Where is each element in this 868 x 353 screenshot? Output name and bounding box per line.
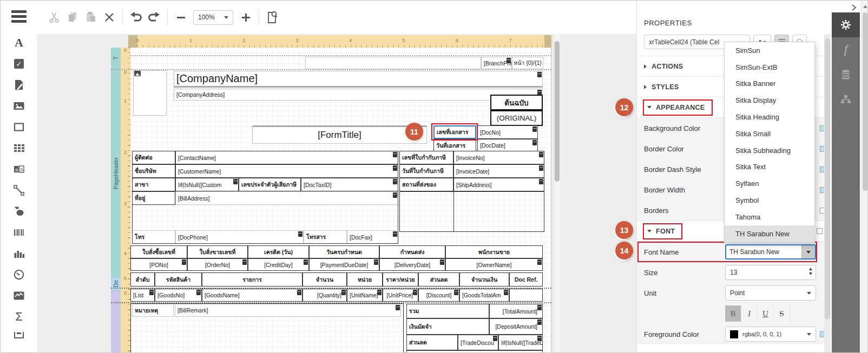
report-cell[interactable]: ลำดับ xyxy=(130,272,155,287)
report-cell[interactable]: กำหนดส่ง xyxy=(379,245,445,258)
report-cell[interactable]: [OwnerName] xyxy=(445,258,543,271)
report-cell[interactable]: ส่วนลด xyxy=(406,335,458,350)
font-size-input[interactable]: 13 xyxy=(725,265,816,280)
font-option[interactable]: SimSun xyxy=(725,42,814,59)
report-cell[interactable]: เลขที่ใบกำกับภาษี xyxy=(399,151,453,164)
shape-tool-icon[interactable] xyxy=(12,205,25,217)
zoom-in-icon[interactable] xyxy=(236,8,255,26)
report-cell[interactable]: [BillAddress] xyxy=(175,191,398,205)
label-tool-icon[interactable]: A xyxy=(12,37,25,49)
font-option[interactable]: Sitka Display xyxy=(725,92,814,109)
font-option[interactable]: Sitka Subheading xyxy=(725,142,814,159)
undo-icon[interactable] xyxy=(127,8,145,26)
summary-tool-icon[interactable]: Σ xyxy=(12,311,25,323)
report-cell[interactable]: [GoodsTotalAm xyxy=(459,289,509,302)
menu-icon[interactable] xyxy=(11,10,27,23)
preview-icon[interactable] xyxy=(263,8,281,26)
branch-print-info-cell[interactable]: [BranchPrintInf xyxy=(481,57,512,69)
report-cell[interactable] xyxy=(406,350,543,353)
report-cell[interactable]: [DocTaxID] xyxy=(301,178,398,191)
font-name-dropdown-button[interactable] xyxy=(801,245,815,258)
font-style-i-button[interactable]: I xyxy=(741,305,758,322)
report-cell[interactable] xyxy=(305,57,481,69)
zoom-out-icon[interactable] xyxy=(172,8,190,26)
report-cell[interactable]: สาขา xyxy=(132,178,175,191)
original-label-en-cell[interactable]: (ORIGINAL) xyxy=(490,110,543,126)
character-comb-tool-icon[interactable]: ab xyxy=(12,163,25,175)
report-cell[interactable]: จำนวนเงิน xyxy=(459,272,509,287)
line-tool-icon[interactable] xyxy=(12,184,25,196)
band-page-header[interactable]: PageHeader xyxy=(111,69,121,277)
report-cell[interactable]: รวม xyxy=(406,304,489,318)
picturebox-tool-icon[interactable] xyxy=(12,100,25,112)
scroll-up-icon[interactable] xyxy=(863,5,867,8)
report-cell[interactable]: รายการ xyxy=(202,272,303,287)
report-cell[interactable]: เงินมัดจำ xyxy=(406,318,489,335)
report-cell[interactable]: [PONo] xyxy=(130,258,187,271)
report-cell[interactable]: [DocPhone] xyxy=(175,230,304,244)
font-option[interactable]: Sitka Heading xyxy=(725,109,814,125)
report-cell[interactable]: [CreditDay] xyxy=(248,258,309,271)
font-option[interactable]: Sylfaen xyxy=(725,175,814,192)
font-option[interactable]: TH Sarabun New xyxy=(725,225,814,242)
font-option[interactable]: Sitka Small xyxy=(725,125,814,142)
table-tool-icon[interactable] xyxy=(12,142,25,154)
report-cell[interactable]: [UnitPrice] xyxy=(383,289,418,302)
font-option[interactable]: Symbol xyxy=(725,192,814,209)
report-cell[interactable]: สถานที่ส่งของ xyxy=(399,178,453,191)
report-cell[interactable]: ผู้ติดต่อ xyxy=(132,151,175,164)
report-cell[interactable]: [InvoiceDate] xyxy=(453,164,544,178)
report-cell[interactable]: [BillRemark] xyxy=(175,304,401,317)
report-cell[interactable]: ส่วนลด xyxy=(418,272,459,287)
checkbox-tool-icon[interactable]: ✓ xyxy=(12,58,25,70)
report-cell[interactable]: Iif(IsNull([Custom xyxy=(175,178,239,191)
field-list-tab[interactable] xyxy=(832,62,860,87)
font-option[interactable]: SimSun-ExtB xyxy=(725,59,814,76)
report-cell[interactable]: เลขประจำตัวผู้เสียภาษี xyxy=(239,178,301,191)
report-cell[interactable]: [FormTitle] xyxy=(252,125,427,144)
report-cell[interactable]: วันครบกำหนด xyxy=(309,245,379,258)
report-cell[interactable]: [DeliveryDate] xyxy=(379,258,445,271)
page-scrollbar[interactable] xyxy=(861,1,868,353)
richtext-tool-icon[interactable] xyxy=(12,79,25,91)
report-cell[interactable]: พนักงานขาย xyxy=(445,245,543,258)
report-cell[interactable] xyxy=(509,289,543,302)
sparkline-tool-icon[interactable] xyxy=(12,290,25,302)
report-cell[interactable]: [Discount] xyxy=(418,289,459,302)
report-cell[interactable]: หน่วย xyxy=(347,272,383,287)
report-cell[interactable]: รหัสสินค้า xyxy=(155,272,202,287)
font-size-spinner[interactable] xyxy=(809,268,812,275)
report-cell[interactable]: [GoodsName] xyxy=(202,289,303,302)
report-cell[interactable]: [InvoiceNo] xyxy=(453,151,544,164)
report-cell[interactable]: [TotalAmount] xyxy=(489,304,543,318)
report-cell[interactable]: วันที่ใบกำกับภาษี xyxy=(399,164,453,178)
font-option[interactable]: Sitka Banner xyxy=(725,76,814,92)
band-top-margin[interactable]: T xyxy=(111,48,121,69)
report-cell[interactable]: ที่อยู่ xyxy=(132,191,175,205)
report-cell[interactable]: [CustomerName] xyxy=(175,164,398,178)
font-option[interactable]: Tahoma xyxy=(725,209,814,225)
font-style-s-button[interactable]: S xyxy=(774,305,790,322)
scrollbar-thumb[interactable] xyxy=(863,12,867,191)
page-number-cell[interactable]: หน้า {0}/{1} xyxy=(512,57,543,69)
expressions-tab[interactable]: f xyxy=(832,37,860,62)
canvas-vertical-scrollbar[interactable] xyxy=(554,34,560,353)
zoom-level-select[interactable]: 100% xyxy=(193,10,233,25)
font-option[interactable]: Sitka Text xyxy=(725,159,814,176)
report-cell[interactable]: วันที่เอกสาร xyxy=(433,139,476,152)
selected-cell-xrTableCell24[interactable]: เลขที่เอกสาร xyxy=(433,125,476,139)
report-cell[interactable]: [CompanyName] xyxy=(174,71,543,88)
report-cell[interactable]: [DepositAmount] xyxy=(489,318,543,335)
chart-tool-icon[interactable] xyxy=(12,248,25,259)
report-cell[interactable]: หมายเหตุ xyxy=(132,304,174,317)
report-cell[interactable]: โทรสาร xyxy=(304,230,347,244)
font-style-b-button[interactable]: B xyxy=(725,305,741,322)
property-marker[interactable] xyxy=(817,228,823,234)
font-style-u-button[interactable]: U xyxy=(758,305,774,322)
band-detail[interactable]: De xyxy=(111,277,121,291)
scrollbar-thumb[interactable] xyxy=(555,41,560,182)
report-cell[interactable]: ชื่อบริษัท xyxy=(132,164,175,178)
panel-scrollbar[interactable] xyxy=(824,34,831,353)
report-cell[interactable]: ราคา/หน่วย xyxy=(383,272,418,287)
report-cell[interactable]: เครดิต (วัน) xyxy=(248,245,309,258)
